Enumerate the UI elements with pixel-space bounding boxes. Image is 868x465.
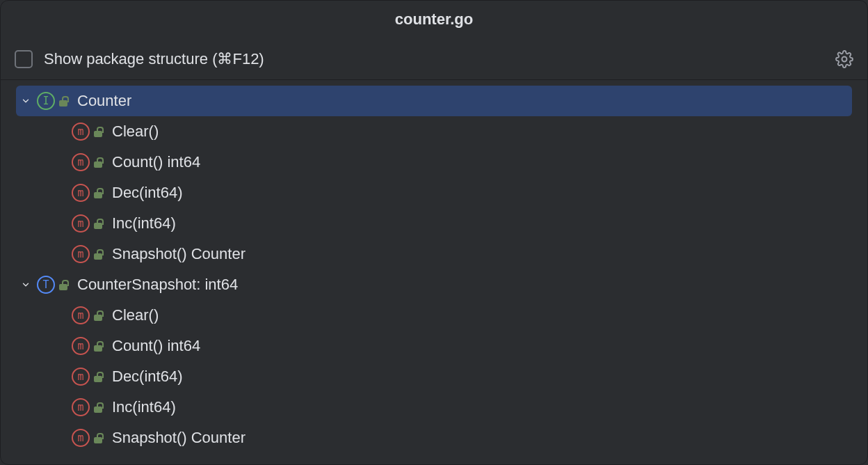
- method-icon: m: [72, 429, 90, 447]
- node-label: CounterSnapshot: int64: [77, 276, 238, 294]
- show-package-structure-checkbox[interactable]: [15, 50, 33, 68]
- node-label: Snapshot() Counter: [112, 245, 246, 263]
- exported-icon: [93, 125, 105, 138]
- chevron-down-icon[interactable]: [19, 94, 33, 108]
- interface-icon: I: [37, 92, 55, 110]
- exported-icon: [58, 95, 70, 107]
- gear-icon[interactable]: [835, 50, 853, 68]
- exported-icon: [93, 432, 105, 444]
- tree-node-method[interactable]: mDec(int64): [16, 361, 852, 392]
- structure-tree[interactable]: ICountermClear()mCount() int64mDec(int64…: [1, 80, 867, 464]
- node-label: Counter: [77, 92, 131, 110]
- method-icon: m: [72, 214, 90, 232]
- tree-node-method[interactable]: mInc(int64): [16, 392, 852, 423]
- exported-icon: [93, 370, 105, 383]
- node-label: Snapshot() Counter: [112, 429, 246, 447]
- tree-node-interface[interactable]: ICounter: [16, 86, 852, 116]
- tree-node-method[interactable]: mCount() int64: [16, 147, 852, 178]
- node-label: Count() int64: [112, 337, 200, 355]
- exported-icon: [58, 278, 70, 291]
- node-label: Dec(int64): [112, 184, 182, 202]
- exported-icon: [93, 156, 105, 168]
- method-icon: m: [72, 368, 90, 386]
- type-icon: T: [37, 276, 55, 294]
- node-label: Inc(int64): [112, 398, 176, 416]
- method-icon: m: [72, 123, 90, 141]
- tree-node-method[interactable]: mClear(): [16, 300, 852, 331]
- node-label: Clear(): [112, 306, 159, 324]
- exported-icon: [93, 248, 105, 260]
- method-icon: m: [72, 184, 90, 202]
- method-icon: m: [72, 245, 90, 263]
- tree-node-method[interactable]: mDec(int64): [16, 178, 852, 208]
- structure-popup: counter.go Show package structure (⌘F12)…: [0, 0, 868, 465]
- exported-icon: [93, 217, 105, 230]
- tree-node-method[interactable]: mClear(): [16, 116, 852, 147]
- toolbar: Show package structure (⌘F12): [1, 38, 867, 80]
- exported-icon: [93, 309, 105, 322]
- show-package-structure-label[interactable]: Show package structure (⌘F12): [44, 50, 264, 68]
- tree-node-method[interactable]: mSnapshot() Counter: [16, 423, 852, 453]
- method-icon: m: [72, 398, 90, 416]
- tree-node-type[interactable]: TCounterSnapshot: int64: [16, 269, 852, 300]
- tree-node-method[interactable]: mSnapshot() Counter: [16, 239, 852, 269]
- node-label: Count() int64: [112, 153, 200, 171]
- title-text: counter.go: [395, 10, 473, 29]
- method-icon: m: [72, 306, 90, 324]
- node-label: Dec(int64): [112, 368, 182, 386]
- node-label: Inc(int64): [112, 214, 176, 232]
- exported-icon: [93, 187, 105, 199]
- method-icon: m: [72, 153, 90, 171]
- exported-icon: [93, 401, 105, 413]
- chevron-down-icon[interactable]: [19, 278, 33, 292]
- title-bar: counter.go: [1, 1, 867, 38]
- node-label: Clear(): [112, 123, 159, 141]
- tree-node-method[interactable]: mCount() int64: [16, 331, 852, 361]
- exported-icon: [93, 340, 105, 352]
- svg-point-0: [842, 56, 847, 61]
- tree-node-method[interactable]: mInc(int64): [16, 208, 852, 239]
- method-icon: m: [72, 337, 90, 355]
